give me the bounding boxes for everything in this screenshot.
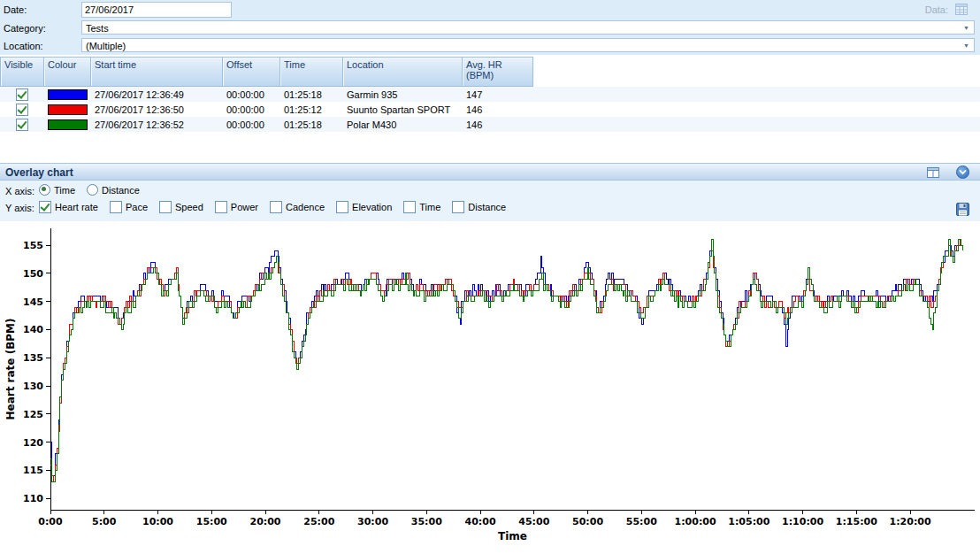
svg-text:55:00: 55:00 <box>626 516 657 527</box>
svg-text:35:00: 35:00 <box>411 516 442 527</box>
svg-text:125: 125 <box>23 409 43 420</box>
column-header-location[interactable]: Location <box>343 57 463 87</box>
svg-text:1:05:00: 1:05:00 <box>728 516 769 527</box>
visible-cell <box>0 104 44 116</box>
x-axis-option-time[interactable]: Time <box>39 184 75 196</box>
visible-cell <box>0 119 44 131</box>
svg-text:0:00: 0:00 <box>38 516 63 527</box>
checkbox-cadence[interactable] <box>270 201 282 213</box>
date-input[interactable] <box>81 2 232 18</box>
x-axis-option-distance[interactable]: Distance <box>87 184 140 196</box>
location-value: (Multiple) <box>86 41 126 51</box>
visible-checkbox[interactable] <box>16 104 28 116</box>
y-axis-option-speed[interactable]: Speed <box>159 201 203 213</box>
radio-distance[interactable] <box>87 184 98 196</box>
visible-checkbox[interactable] <box>16 119 28 131</box>
checkbox-pace[interactable] <box>110 201 122 213</box>
category-value: Tests <box>86 23 109 34</box>
heart-rate-chart[interactable]: 1101151201251301351401451501550:005:0010… <box>0 221 980 554</box>
column-header-offset[interactable]: Offset <box>223 57 280 87</box>
option-label: Heart rate <box>55 202 98 212</box>
x-axis-row: X axis: TimeDistance <box>0 184 980 200</box>
svg-text:1:15:00: 1:15:00 <box>836 516 877 527</box>
svg-text:155: 155 <box>23 240 43 251</box>
checkbox-elevation[interactable] <box>336 201 348 213</box>
offset-cell: 00:00:00 <box>223 104 280 115</box>
offset-cell: 00:00:00 <box>223 89 280 100</box>
option-label: Pace <box>126 202 148 212</box>
svg-text:50:00: 50:00 <box>572 516 603 527</box>
y-axis-options: Heart ratePaceSpeedPowerCadenceElevation… <box>39 201 506 213</box>
svg-text:5:00: 5:00 <box>92 516 117 527</box>
data-label: Data: <box>925 4 948 15</box>
collapse-panel-button[interactable] <box>956 165 969 179</box>
colour-cell <box>44 119 91 130</box>
y-axis-option-power[interactable]: Power <box>215 201 258 213</box>
svg-text:20:00: 20:00 <box>250 516 281 527</box>
option-label: Distance <box>102 185 140 196</box>
option-label: Cadence <box>286 202 325 212</box>
start-time-cell: 27/06/2017 12:36:49 <box>91 89 223 100</box>
location-label: Location: <box>4 41 43 51</box>
avg-hr-cell: 146 <box>463 104 533 115</box>
data-report-icon[interactable] <box>954 3 969 16</box>
colour-cell <box>44 104 91 115</box>
avg-hr-cell: 147 <box>463 89 533 100</box>
date-label: Date: <box>4 4 27 15</box>
time-cell: 01:25:18 <box>280 89 343 100</box>
y-axis-option-elevation[interactable]: Elevation <box>336 201 392 213</box>
checkbox-speed[interactable] <box>159 201 172 213</box>
activities-table: Visible Colour Start time Offset Time Lo… <box>0 57 980 132</box>
svg-text:1:10:00: 1:10:00 <box>782 516 823 527</box>
checkbox-distance[interactable] <box>452 201 464 213</box>
category-select[interactable]: Tests ▼ <box>81 20 975 35</box>
dock-panel-icon[interactable] <box>927 167 939 178</box>
chart-controls: X axis: TimeDistance Y axis: Heart rateP… <box>0 181 980 221</box>
column-header-start-time[interactable]: Start time <box>91 57 223 87</box>
avg-hr-cell: 146 <box>463 119 533 130</box>
colour-cell <box>44 89 91 100</box>
checkbox-heart-rate[interactable] <box>39 201 51 213</box>
svg-text:1:20:00: 1:20:00 <box>890 516 931 527</box>
colour-swatch[interactable] <box>48 119 88 130</box>
option-label: Elevation <box>352 202 392 212</box>
svg-text:130: 130 <box>23 381 43 392</box>
y-axis-option-distance[interactable]: Distance <box>452 201 506 213</box>
column-header-time[interactable]: Time <box>280 57 343 87</box>
option-label: Distance <box>468 202 506 212</box>
y-axis-option-pace[interactable]: Pace <box>110 201 148 213</box>
save-chart-icon[interactable] <box>956 203 969 216</box>
visible-checkbox[interactable] <box>16 88 28 101</box>
start-time-cell: 27/06/2017 12:36:50 <box>91 104 223 115</box>
y-axis-option-time[interactable]: Time <box>403 201 440 213</box>
header-form: Date: Data: Category: Tests ▼ <box>0 0 980 55</box>
svg-text:120: 120 <box>23 437 43 449</box>
colour-swatch[interactable] <box>48 89 88 100</box>
time-cell: 01:25:18 <box>280 119 343 130</box>
table-row: 27/06/2017 12:36:5200:00:0001:25:18Polar… <box>0 117 980 132</box>
start-time-cell: 27/06/2017 12:36:52 <box>91 119 223 130</box>
svg-text:45:00: 45:00 <box>518 516 549 527</box>
colour-swatch[interactable] <box>48 104 88 115</box>
y-axis-option-cadence[interactable]: Cadence <box>270 201 325 213</box>
table-header: Visible Colour Start time Offset Time Lo… <box>0 57 980 87</box>
table-row: 27/06/2017 12:36:4900:00:0001:25:18Garmi… <box>0 87 980 102</box>
column-header-avg-hr[interactable]: Avg. HR (BPM) <box>463 57 533 87</box>
chevron-down-icon[interactable]: ▼ <box>961 39 972 51</box>
date-row: Date: Data: <box>0 1 980 19</box>
checkbox-time[interactable] <box>403 201 416 213</box>
svg-text:40:00: 40:00 <box>465 516 496 527</box>
svg-text:Time: Time <box>498 530 527 542</box>
chevron-down-icon[interactable]: ▼ <box>961 21 972 34</box>
y-axis-option-heart-rate[interactable]: Heart rate <box>39 201 98 213</box>
column-header-visible[interactable]: Visible <box>0 57 44 87</box>
location-cell: Garmin 935 <box>343 89 463 100</box>
location-cell: Suunto Spartan SPORT <box>343 104 463 115</box>
location-select[interactable]: (Multiple) ▼ <box>81 38 975 52</box>
radio-time[interactable] <box>39 184 50 196</box>
checkbox-power[interactable] <box>215 201 227 213</box>
svg-text:25:00: 25:00 <box>303 516 334 527</box>
column-header-colour[interactable]: Colour <box>44 57 91 87</box>
x-axis-options: TimeDistance <box>39 184 140 196</box>
location-row: Location: (Multiple) ▼ <box>0 37 980 55</box>
